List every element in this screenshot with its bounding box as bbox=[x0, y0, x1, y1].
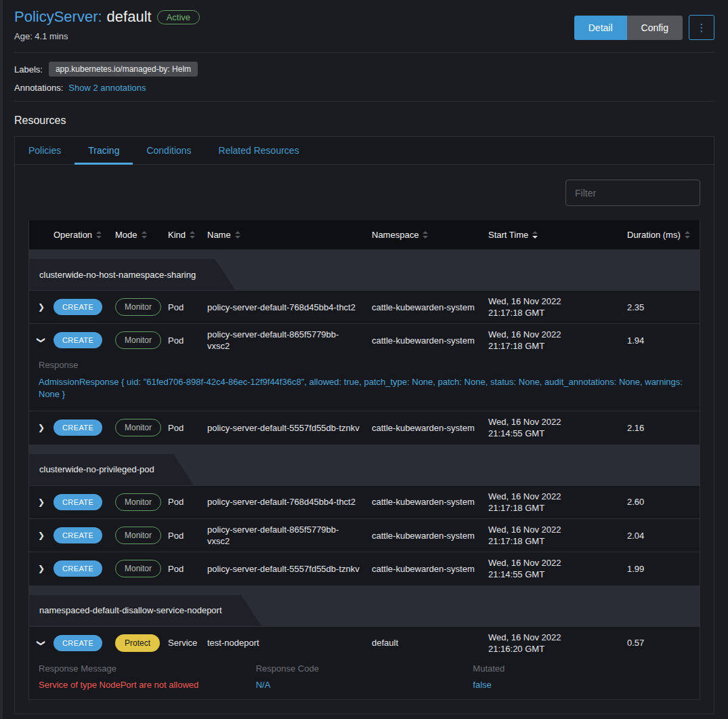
sort-desc-icon bbox=[235, 236, 240, 239]
column-header-namespace[interactable]: Namespace bbox=[372, 230, 488, 240]
row-expander[interactable]: ❯ bbox=[29, 638, 53, 648]
row-expander[interactable]: ❯ bbox=[29, 531, 53, 540]
row-fields-detail: Response MessageService of type NodePort… bbox=[29, 659, 700, 699]
tab-policies[interactable]: Policies bbox=[15, 137, 74, 165]
sort-indicator-icon bbox=[423, 231, 428, 239]
response-label: Response bbox=[39, 360, 690, 370]
operation-cell: CREATE bbox=[53, 635, 115, 651]
sort-asc-icon bbox=[142, 231, 147, 234]
kind-cell: Pod bbox=[168, 423, 207, 433]
tracing-table: OperationModeKindNameNamespaceStart Time… bbox=[28, 220, 700, 700]
mode-cell: Protect bbox=[115, 634, 168, 652]
sort-indicator-icon bbox=[142, 231, 147, 239]
start-time-cell: Wed, 16 Nov 2022 21:17:18 GMT bbox=[488, 329, 627, 352]
mode-cell: Monitor bbox=[115, 560, 168, 577]
row-expander[interactable]: ❯ bbox=[29, 423, 53, 432]
duration-cell: 0.57 bbox=[627, 638, 700, 648]
show-annotations-link[interactable]: Show 2 annotations bbox=[68, 83, 146, 93]
detail-field-value: Service of type NodePort are not allowed bbox=[39, 680, 256, 690]
sort-asc-icon bbox=[96, 231, 102, 234]
mode-badge: Monitor bbox=[115, 298, 161, 316]
column-header-label: Kind bbox=[168, 230, 186, 240]
duration-cell: 2.60 bbox=[627, 497, 700, 507]
row-expander[interactable]: ❯ bbox=[29, 497, 53, 507]
namespace-cell: cattle-kubewarden-system bbox=[372, 335, 488, 346]
resources-tab-panel: PoliciesTracingConditionsRelated Resourc… bbox=[14, 136, 714, 714]
operation-badge: CREATE bbox=[53, 527, 102, 543]
policyserver-detail-page: PolicyServer: default Active Age: 4.1 mi… bbox=[0, 0, 728, 714]
sort-asc-icon bbox=[235, 231, 240, 234]
resource-kind: PolicyServer: bbox=[14, 8, 102, 26]
expand-row-icon: ❯ bbox=[38, 531, 45, 540]
row-expander[interactable]: ❯ bbox=[29, 564, 53, 573]
tab-related-resources[interactable]: Related Resources bbox=[205, 137, 313, 165]
operation-cell: CREATE bbox=[53, 332, 115, 348]
metadata-section: Labels: app.kubernetes.io/managed-by: He… bbox=[14, 62, 714, 93]
row-expander[interactable]: ❯ bbox=[29, 302, 53, 312]
trace-row: ❯CREATEMonitorPodpolicy-server-default-5… bbox=[29, 552, 700, 585]
response-value: AdmissionResponse { uid: "61fed706-898f-… bbox=[39, 376, 690, 402]
column-header-mode[interactable]: Mode bbox=[115, 230, 168, 240]
mode-badge: Monitor bbox=[115, 560, 161, 577]
start-time-cell: Wed, 16 Nov 2022 21:16:20 GMT bbox=[488, 632, 627, 655]
sort-asc-icon bbox=[190, 231, 195, 234]
operation-badge: CREATE bbox=[53, 494, 102, 510]
column-header-label: Duration (ms) bbox=[627, 230, 681, 240]
column-header-label: Operation bbox=[53, 230, 92, 240]
row-expander[interactable]: ❯ bbox=[29, 335, 53, 345]
sort-asc-icon bbox=[423, 231, 428, 234]
detail-button[interactable]: Detail bbox=[574, 16, 627, 40]
policy-group-row: clusterwide-no-privileged-pod bbox=[29, 445, 700, 485]
column-header-name[interactable]: Name bbox=[207, 230, 372, 240]
operation-badge: CREATE bbox=[53, 560, 102, 577]
table-header-row: OperationModeKindNameNamespaceStart Time… bbox=[29, 220, 700, 249]
resource-name: default bbox=[107, 8, 152, 26]
tab-conditions[interactable]: Conditions bbox=[133, 137, 205, 165]
name-cell: test-nodeport bbox=[207, 637, 372, 649]
policy-group-row: namespaced-default-disallow-service-node… bbox=[29, 586, 700, 626]
page-header: PolicyServer: default Active Age: 4.1 mi… bbox=[14, 8, 714, 41]
mode-cell: Monitor bbox=[115, 527, 168, 544]
mode-cell: Monitor bbox=[115, 493, 168, 511]
operation-badge: CREATE bbox=[53, 299, 102, 315]
operation-cell: CREATE bbox=[53, 419, 115, 436]
column-header-label: Mode bbox=[115, 230, 137, 240]
collapse-row-icon: ❯ bbox=[37, 640, 46, 646]
actions-menu-button[interactable]: ⋮ bbox=[689, 15, 714, 40]
start-time-cell: Wed, 16 Nov 2022 21:17:18 GMT bbox=[488, 524, 627, 547]
tab-tracing[interactable]: Tracing bbox=[74, 137, 133, 165]
kind-cell: Pod bbox=[168, 531, 207, 541]
name-cell: policy-server-default-768d45bb4-thct2 bbox=[207, 496, 372, 508]
sort-indicator-icon bbox=[685, 231, 690, 239]
start-time-cell: Wed, 16 Nov 2022 21:17:18 GMT bbox=[488, 295, 627, 319]
mode-badge: Monitor bbox=[115, 331, 161, 349]
trace-row: ❯CREATEMonitorPodpolicy-server-default-8… bbox=[29, 323, 700, 356]
namespace-cell: cattle-kubewarden-system bbox=[372, 530, 488, 541]
column-header-kind[interactable]: Kind bbox=[168, 230, 207, 240]
mode-badge: Monitor bbox=[115, 419, 161, 436]
resource-title-block: PolicyServer: default Active Age: 4.1 mi… bbox=[14, 8, 200, 41]
mode-cell: Monitor bbox=[115, 298, 168, 316]
trace-row: ❯CREATEMonitorPodpolicy-server-default-5… bbox=[29, 411, 700, 444]
column-header-start-time[interactable]: Start Time bbox=[488, 230, 627, 240]
namespace-cell: cattle-kubewarden-system bbox=[372, 422, 488, 434]
detail-field-label: Mutated bbox=[473, 663, 690, 674]
mode-badge: Protect bbox=[115, 634, 160, 652]
policy-group-name: clusterwide-no-host-namespace-sharing bbox=[29, 259, 235, 290]
sort-desc-icon bbox=[532, 236, 538, 239]
config-button[interactable]: Config bbox=[627, 16, 683, 40]
filter-input[interactable] bbox=[565, 180, 700, 206]
mode-cell: Monitor bbox=[115, 331, 168, 349]
labels-label: Labels: bbox=[14, 64, 43, 75]
column-header-operation[interactable]: Operation bbox=[53, 230, 115, 240]
collapse-row-icon: ❯ bbox=[37, 337, 46, 344]
kind-cell: Pod bbox=[168, 564, 207, 574]
status-badge: Active bbox=[157, 10, 200, 24]
expand-row-icon: ❯ bbox=[38, 423, 45, 432]
window-left-edge bbox=[0, 0, 3, 719]
name-cell: policy-server-default-5557fd55db-tznkv bbox=[207, 422, 372, 434]
column-header-duration-ms-[interactable]: Duration (ms) bbox=[627, 230, 700, 240]
expand-row-icon: ❯ bbox=[38, 302, 45, 312]
sort-asc-icon bbox=[532, 231, 538, 234]
mode-badge: Monitor bbox=[115, 527, 161, 544]
